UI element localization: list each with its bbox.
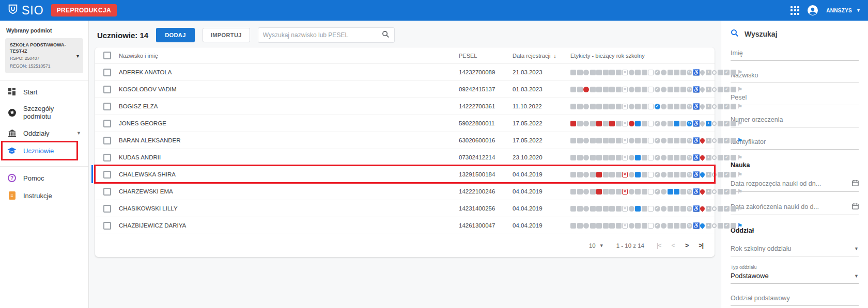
chevron-down-icon: ▼: [76, 131, 81, 136]
filter-select-rok-szkolny-oddzia-u[interactable]: Rok szkolny oddziału▼: [731, 245, 859, 256]
column-registration-date[interactable]: Data rejestracji ↓: [513, 53, 570, 59]
last-page-button[interactable]: >|: [699, 242, 703, 249]
entity-name: SZKOŁA PODSTAWOWA-TEST-IZ: [10, 42, 72, 54]
graduation-cap-icon: [7, 146, 17, 155]
table-row[interactable]: CHALEWSKA SHIRA1329150018404.04.2019✕✓S♿…: [95, 166, 715, 183]
table-row[interactable]: CHAZBIJEWICZ DARIYA1426130004704.04.2019…: [95, 217, 715, 234]
chevron-down-icon: ▾: [76, 53, 79, 59]
bookmark-icon: [642, 155, 647, 160]
id-card-icon: [577, 189, 583, 194]
sort-descending-icon[interactable]: ↓: [553, 53, 556, 59]
thumbs-down-icon: [570, 121, 576, 126]
filter-field-nazwisko[interactable]: Nazwisko: [731, 72, 859, 83]
shield-check-icon: ✓: [655, 138, 660, 143]
globe-check-icon: [661, 189, 667, 194]
row-checkbox[interactable]: [103, 171, 111, 179]
sidebar-item-oddziały[interactable]: Oddziały▼: [0, 124, 88, 142]
filter-field-pesel[interactable]: Pesel: [731, 94, 859, 105]
search-input[interactable]: [263, 31, 382, 39]
row-checkbox[interactable]: [103, 154, 111, 161]
filter-field-data-rozpoczecia-nauki-od-dn[interactable]: Data rozpoczęcia nauki od dn...: [731, 180, 859, 192]
id-badge-icon: [731, 70, 736, 75]
thumbs-down-icon: [570, 172, 576, 177]
table-row[interactable]: KOSOLOBOV VADIM0924241513701.03.2023✕✓S♿…: [95, 81, 715, 98]
row-checkbox[interactable]: [103, 222, 111, 230]
filter-field-oddzia-podstawowy[interactable]: Oddział podstawowy: [731, 295, 859, 306]
table-row[interactable]: CHARZEWSKI EMA1422210024604.04.2019✕✓S♿+…: [95, 183, 715, 200]
tablet-icon: [609, 87, 615, 92]
car-icon: [680, 172, 686, 177]
table-row[interactable]: JONES GEORGE5902280001117.05.2022✕✓S♿+✓⚑: [95, 115, 715, 132]
camera-icon: [596, 172, 602, 177]
row-checkbox[interactable]: [103, 137, 111, 144]
graduation-cap-icon: [635, 121, 641, 126]
sidebar-item-uczniowie[interactable]: Uczniowie: [0, 142, 88, 159]
row-checkbox[interactable]: [103, 69, 111, 76]
user-avatar[interactable]: [808, 5, 818, 15]
import-button[interactable]: IMPORTUJ: [203, 28, 250, 42]
bus-icon: [674, 121, 679, 126]
row-checkbox[interactable]: [103, 205, 111, 213]
username[interactable]: ANNSZYS: [826, 8, 852, 13]
table-x-icon: ✕: [622, 138, 628, 143]
column-pesel[interactable]: PESEL: [459, 53, 513, 59]
calendar-icon[interactable]: [852, 203, 859, 211]
wheelchair-icon: ♿: [693, 188, 700, 195]
clock-icon: [583, 206, 589, 212]
pin-icon: [699, 103, 706, 110]
id-badge-icon: [731, 206, 736, 212]
table-row[interactable]: CHASIKOWSKI LILLY1423140025604.04.2019✕✓…: [95, 200, 715, 217]
select-all-checkbox[interactable]: [103, 52, 111, 59]
sidebar-item-start[interactable]: Start: [0, 83, 88, 101]
filter-field-data-zakonczenia-nauki-do-d[interactable]: Data zakończenia nauki do d...: [731, 203, 859, 215]
table-row[interactable]: BARAN ALEKSANDER6302060001617.05.2022✕✓S…: [95, 132, 715, 149]
sidebar-item-pomoc[interactable]: ?Pomoc: [0, 169, 88, 187]
thumbs-down-icon: [570, 87, 576, 92]
thumbs-down-icon: [570, 189, 576, 194]
check-square-icon: ✓: [724, 223, 730, 229]
user-menu-caret-icon[interactable]: ▼: [856, 8, 861, 13]
row-checkbox[interactable]: [103, 86, 111, 93]
filter-select-typ-oddzia-u[interactable]: Podstawowe▼: [731, 270, 859, 284]
sidebar-item-instrukcje[interactable]: ≡Instrukcje: [0, 187, 88, 204]
transit-icon: [668, 104, 673, 109]
filter-field-identyfikator[interactable]: Identyfikator: [731, 138, 859, 150]
add-button[interactable]: DODAJ: [156, 28, 195, 42]
pin-icon: [699, 188, 706, 195]
environment-badge: PREPRODUKCJA: [51, 4, 117, 17]
book-icon: [718, 189, 723, 194]
table-row[interactable]: KUDAS ANDRII0730241221423.10.2020✕✓S♿+✓⚑: [95, 149, 715, 166]
apps-grid-icon[interactable]: [791, 6, 799, 15]
globe-slash-icon: [629, 104, 634, 109]
student-name: JONES GEORGE: [119, 120, 459, 126]
search-icon[interactable]: [382, 30, 390, 40]
row-checkbox[interactable]: [103, 188, 111, 196]
bus-icon: [674, 138, 679, 143]
sidebar-item-szczegoły-podmiotu[interactable]: Szczegóły podmiotu: [0, 101, 88, 124]
calendar-icon[interactable]: [852, 180, 859, 188]
table-row[interactable]: BOGISZ ELZA1422270036111.10.2022✕✓S♿+✓⚑: [95, 98, 715, 115]
id-badge-icon: [731, 155, 736, 160]
bookmark-icon: [642, 70, 647, 75]
first-page-button[interactable]: |<: [657, 242, 661, 249]
registration-date: 21.03.2023: [513, 69, 570, 75]
graduation-cap-icon: [635, 223, 641, 229]
prev-page-button[interactable]: <: [672, 242, 675, 249]
filter-field-numer-orzeczenia[interactable]: Numer orzeczenia: [731, 116, 859, 127]
entity-selector[interactable]: SZKOŁA PODSTAWOWA-TEST-IZ RSPO: 250407 R…: [5, 38, 83, 73]
row-checkbox[interactable]: [103, 103, 111, 110]
filter-field-imie[interactable]: Imię: [731, 50, 859, 61]
row-checkbox[interactable]: [103, 120, 111, 127]
table-row[interactable]: ADEREK ANATOLA1423270008921.03.2023✕✓S♿+…: [95, 64, 715, 81]
transit-icon: [668, 223, 673, 229]
sidebar-item-label: Start: [23, 88, 37, 96]
page-size-select[interactable]: 10▼: [589, 242, 604, 249]
briefcase-icon: [590, 104, 596, 109]
app-logo[interactable]: SIO: [7, 3, 44, 18]
column-name[interactable]: Nazwisko i imię: [119, 53, 459, 59]
tablet-icon: [609, 121, 615, 126]
next-page-button[interactable]: >: [685, 242, 688, 249]
chevron-down-icon: ▼: [854, 246, 859, 251]
transit-icon: [668, 155, 673, 160]
filter-placeholder: Data rozpoczęcia nauki od dn...: [731, 180, 821, 187]
